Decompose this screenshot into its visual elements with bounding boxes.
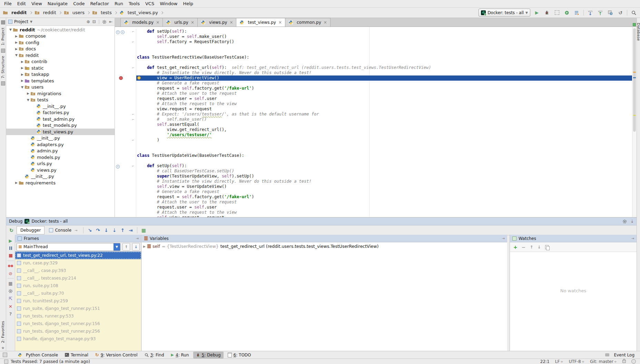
tree-item-compose[interactable]: ▶compose xyxy=(6,33,115,40)
restore-layout-button[interactable]: ▦ xyxy=(6,280,15,287)
tree-item-init-py[interactable]: __init__.py xyxy=(6,103,115,110)
code-line[interactable]: request = self.factory.get('/fake-url') xyxy=(115,86,632,91)
close-icon[interactable]: × xyxy=(156,20,159,25)
code-line[interactable]: # Instantiate the view directly. Never d… xyxy=(115,70,632,75)
move-watch-down-button[interactable]: ↓ xyxy=(538,245,541,250)
frame-row-8[interactable]: run_tests, runner.py:533 xyxy=(15,312,141,320)
run-configuration-select[interactable]: dj Docker: tests - all ▼ xyxy=(479,9,530,17)
gutter[interactable] xyxy=(115,210,136,215)
tree-expanded-icon[interactable]: ▼ xyxy=(8,28,13,31)
mute-breakpoints-button[interactable]: ⊘ xyxy=(6,270,15,277)
code-line[interactable]: ⌐ # Expect: '/users/testuser/', as that … xyxy=(115,112,632,117)
code-editor[interactable]: ↑↓⌐ def setUp(self): self.user = self.ma… xyxy=(115,27,637,217)
typo-stripe-mark[interactable] xyxy=(633,115,636,116)
gutter[interactable] xyxy=(115,122,136,127)
code-line[interactable]: # Attach the request to the view xyxy=(115,101,632,107)
gutter[interactable] xyxy=(115,107,136,112)
tree-collapsed-icon[interactable]: ▶ xyxy=(20,79,24,82)
menu-item-refactor[interactable]: Refactor xyxy=(87,0,112,7)
breadcrumb-item-reddit[interactable]: reddit xyxy=(3,10,27,15)
settings-gear-button[interactable] xyxy=(102,20,107,24)
tree-item-docs[interactable]: ▶docs xyxy=(6,46,115,52)
code-line[interactable]: # Attach the user to the request xyxy=(115,200,632,205)
vcs-update-button[interactable]: VCS↓ xyxy=(587,9,594,16)
menu-item-vcs[interactable]: VCS xyxy=(142,0,157,7)
gutter[interactable] xyxy=(115,200,136,205)
gutter[interactable] xyxy=(115,50,136,55)
gutter[interactable]: ⌐ xyxy=(115,112,136,117)
code-line[interactable] xyxy=(115,44,632,50)
add-watch-button[interactable]: + xyxy=(513,244,518,250)
fold-marker-icon[interactable]: ⌐ xyxy=(132,29,134,34)
run-button[interactable]: ▶ xyxy=(533,9,540,16)
gutter[interactable] xyxy=(115,205,136,210)
code-line[interactable]: self.user = self.make_user() xyxy=(115,34,632,39)
frame-row-5[interactable]: __call__, suite.py:70 xyxy=(15,290,141,297)
gutter[interactable] xyxy=(115,143,136,148)
toolwindow-button-debug[interactable]: 5: Debug xyxy=(193,352,224,358)
toolwindow-settings-button[interactable] xyxy=(622,219,627,224)
inspection-status-icon[interactable] xyxy=(633,23,636,26)
menu-item-edit[interactable]: Edit xyxy=(14,0,29,7)
gutter[interactable] xyxy=(115,96,136,101)
gutter[interactable] xyxy=(115,44,136,50)
code-line[interactable]: ⌐ # self.make_user() xyxy=(115,117,632,122)
breadcrumb-item-tests[interactable]: tests xyxy=(92,10,112,15)
tree-item-adapters-py[interactable]: adapters.py xyxy=(6,141,115,148)
gutter[interactable] xyxy=(115,148,136,153)
help-button[interactable]: ? xyxy=(6,310,15,317)
editor-scrollbar[interactable] xyxy=(632,27,637,217)
menu-item-window[interactable]: Window xyxy=(157,0,180,7)
frame-row-1[interactable]: run, case.py:329 xyxy=(15,259,141,267)
debug-button[interactable] xyxy=(543,9,550,16)
hide-panel-button[interactable]: ⇤ xyxy=(109,19,112,24)
code-line[interactable]: ⌐ def test_get_redirect_url(self): self:… xyxy=(115,65,632,70)
frame-row-9[interactable]: run_tests, django_test_runner.py:156 xyxy=(15,320,141,327)
editor-tab-urls-py[interactable]: urls.py× xyxy=(163,18,198,27)
tree-collapsed-icon[interactable]: ▶ xyxy=(20,66,24,70)
run-to-cursor-button[interactable]: ⇥ xyxy=(129,228,133,233)
gutter[interactable] xyxy=(115,34,136,39)
frame-row-2[interactable]: __call__, case.py:393 xyxy=(15,267,141,274)
menu-item-help[interactable]: Help xyxy=(180,0,196,7)
code-line[interactable]: request.user = self.user xyxy=(115,96,632,101)
stripe-database-button[interactable]: Database xyxy=(636,23,640,41)
rerun-button[interactable]: ↻ xyxy=(9,228,13,233)
toolwindow-button-find[interactable]: 3: Find xyxy=(142,352,167,358)
debug-tab-console[interactable]: Console→ xyxy=(45,226,81,234)
code-line[interactable]: view.request = request xyxy=(115,107,632,112)
gutter[interactable] xyxy=(115,75,136,81)
tree-expanded-icon[interactable]: ▼ xyxy=(26,98,30,102)
code-line[interactable]: view = UserRedirectView() xyxy=(115,75,632,81)
tree-item-models-py[interactable]: models.py xyxy=(6,154,115,161)
tree-item-taskapp[interactable]: ▶taskapp xyxy=(6,71,115,78)
gutter[interactable]: ⌐ xyxy=(115,39,136,44)
collapse-all-button[interactable]: ⊟ xyxy=(92,19,96,24)
tree-item-migrations[interactable]: ▶migrations xyxy=(6,90,115,97)
gutter[interactable] xyxy=(115,169,136,174)
frame-row-7[interactable]: run_suite, django_test_runner.py:151 xyxy=(15,305,141,312)
scrollbar-thumb[interactable] xyxy=(633,28,636,132)
code-line[interactable] xyxy=(115,158,632,163)
debug-tab-debugger[interactable]: Debugger xyxy=(17,226,45,234)
tree-item-admin-py[interactable]: admin.py xyxy=(6,148,115,154)
gutter[interactable] xyxy=(115,158,136,163)
tree-item-reddit[interactable]: ▼reddit~/cookiecutter/reddit xyxy=(6,27,115,33)
tree-collapsed-icon[interactable]: ▶ xyxy=(14,34,19,38)
line-ending-select[interactable]: LF xyxy=(555,359,563,364)
code-line[interactable] xyxy=(115,50,632,55)
code-line[interactable]: ⌐ self.factory = RequestFactory() xyxy=(115,39,632,44)
locate-file-button[interactable]: ⊕ xyxy=(87,19,90,24)
editor-tab-test-views-py[interactable]: test_views.py× xyxy=(236,18,285,27)
rollback-button[interactable]: ↺ xyxy=(617,9,624,16)
frame-down-button[interactable]: ↓ xyxy=(132,243,140,251)
gutter[interactable] xyxy=(115,153,136,158)
tree-collapsed-icon[interactable]: ▶ xyxy=(14,41,19,44)
tree-item-test-views-py[interactable]: test_views.py xyxy=(6,129,115,135)
toolwindow-button-python-console[interactable]: Python Console xyxy=(15,352,61,358)
search-everywhere-button[interactable] xyxy=(630,9,637,16)
gutter[interactable] xyxy=(115,91,136,96)
code-line[interactable]: super(TestUserUpdateView, self).setUp() xyxy=(115,174,632,179)
tree-item-tests[interactable]: ▼tests xyxy=(6,97,115,103)
coverage-button[interactable] xyxy=(553,9,560,16)
